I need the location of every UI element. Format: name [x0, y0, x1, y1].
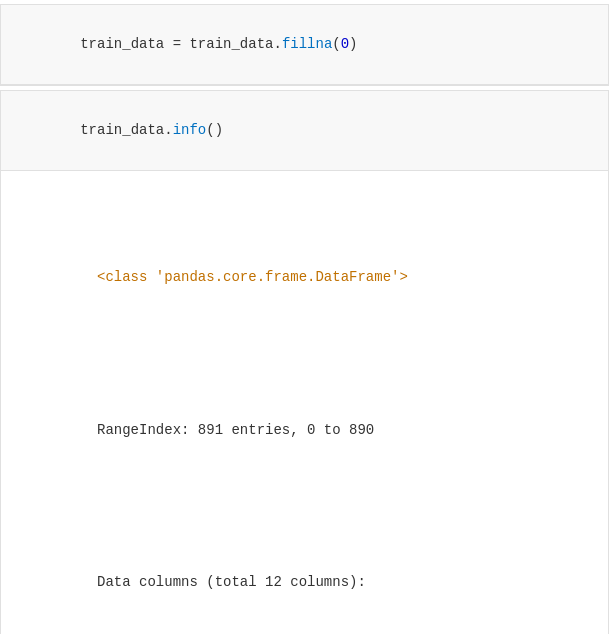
cell-2-input[interactable]: train_data.info()	[1, 91, 608, 171]
cell-2: train_data.info() <class 'pandas.core.fr…	[0, 90, 609, 634]
notebook-container: train_data = train_data.fillna(0) train_…	[0, 4, 609, 634]
code-line-fillna: train_data = train_data.fillna(0)	[13, 13, 596, 76]
output-data-columns: Data columns (total 12 columns):	[13, 551, 596, 614]
output-range-index: RangeIndex: 891 entries, 0 to 890	[13, 399, 596, 462]
output-block: <class 'pandas.core.frame.DataFrame'> Ra…	[13, 179, 596, 634]
code-method: fillna	[282, 36, 332, 52]
code-line-info: train_data.info()	[13, 99, 596, 162]
output-class-line: <class 'pandas.core.frame.DataFrame'>	[13, 246, 596, 309]
cell-1-input[interactable]: train_data = train_data.fillna(0)	[1, 5, 608, 85]
cell-2-output: <class 'pandas.core.frame.DataFrame'> Ra…	[1, 171, 608, 634]
code-var: train_data	[80, 36, 164, 52]
cell-1: train_data = train_data.fillna(0)	[0, 4, 609, 86]
